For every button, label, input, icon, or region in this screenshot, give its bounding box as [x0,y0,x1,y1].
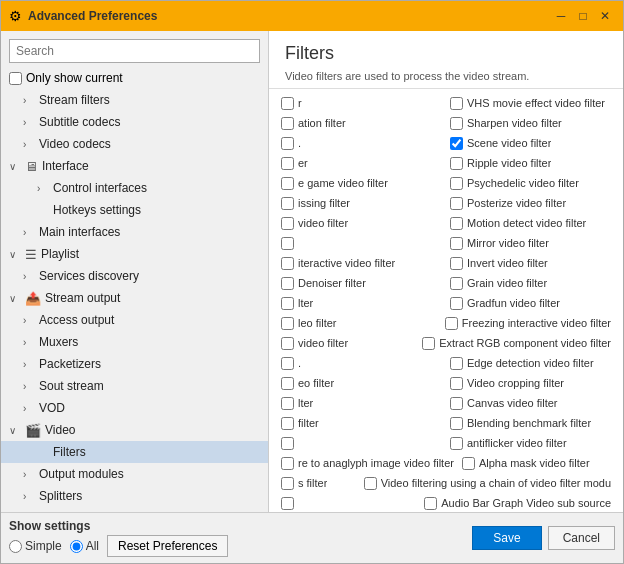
tree-item-stream-filters[interactable]: › Stream filters [1,89,268,111]
cancel-button[interactable]: Cancel [548,526,615,550]
filter-row: e game video filter Psychedelic video fi… [277,173,615,193]
filter-checkbox[interactable] [281,157,294,170]
tree-item-subtitle-codecs[interactable]: › Subtitle codecs [1,111,268,133]
filter-checkbox[interactable] [281,237,294,250]
filter-checkbox[interactable] [281,197,294,210]
tree-label: Control interfaces [53,181,147,195]
filter-checkbox[interactable] [450,157,463,170]
filter-label: Mirror video filter [467,237,549,249]
filter-checkbox-scene[interactable] [450,137,463,150]
filter-row: Denoiser filter Grain video filter [277,273,615,293]
filter-row: leo filter Freezing interactive video fi… [277,313,615,333]
tree-item-vod[interactable]: › VOD [1,397,268,419]
tree-item-video-codecs[interactable]: › Video codecs [1,133,268,155]
tree-label: Stream output [45,291,120,305]
filter-checkbox[interactable] [450,397,463,410]
tree-item-muxers[interactable]: › Muxers [1,331,268,353]
tree-item-interface[interactable]: ∨ 🖥 Interface [1,155,268,177]
filter-checkbox[interactable] [364,477,377,490]
all-radio[interactable] [70,540,83,553]
filter-checkbox[interactable] [422,337,435,350]
filter-checkbox[interactable] [281,317,294,330]
chevron-icon: › [23,117,37,128]
all-label: All [86,539,99,553]
chevron-icon: › [23,491,37,502]
filter-right: Video filtering using a chain of video f… [360,473,615,493]
filter-checkbox[interactable] [450,357,463,370]
filter-left: lter [277,293,446,313]
filter-checkbox[interactable] [450,277,463,290]
filter-checkbox[interactable] [450,237,463,250]
filter-checkbox[interactable] [281,97,294,110]
filter-label: lter [298,297,313,309]
filter-checkbox[interactable] [445,317,458,330]
filter-checkbox[interactable] [450,437,463,450]
tree-item-video[interactable]: ∨ 🎬 Video [1,419,268,441]
filter-checkbox[interactable] [450,177,463,190]
minimize-button[interactable]: ─ [551,6,571,26]
filter-label: eo filter [298,377,334,389]
tree-item-services-discovery[interactable]: › Services discovery [1,265,268,287]
filter-left: video filter [277,333,418,353]
filter-checkbox[interactable] [424,497,437,510]
filter-checkbox[interactable] [462,457,475,470]
bottom-bar: Show settings Simple All Reset Preferenc… [1,512,623,563]
tree-label: VOD [39,401,65,415]
filter-right: Posterize video filter [446,193,615,213]
filter-checkbox[interactable] [450,97,463,110]
tree-item-control-interfaces[interactable]: › Control interfaces [1,177,268,199]
filter-checkbox[interactable] [281,137,294,150]
filter-right: Canvas video filter [446,393,615,413]
tree-label: Packetizers [39,357,101,371]
only-show-checkbox[interactable] [9,72,22,85]
filter-checkbox[interactable] [281,497,294,510]
filter-checkbox[interactable] [281,117,294,130]
filter-checkbox[interactable] [281,417,294,430]
filter-checkbox[interactable] [281,477,294,490]
maximize-button[interactable]: □ [573,6,593,26]
filter-checkbox[interactable] [281,277,294,290]
filter-checkbox[interactable] [281,297,294,310]
close-button[interactable]: ✕ [595,6,615,26]
reset-preferences-button[interactable]: Reset Preferences [107,535,228,557]
filter-checkbox[interactable] [450,197,463,210]
tree-item-main-interfaces[interactable]: › Main interfaces [1,221,268,243]
filter-checkbox[interactable] [450,297,463,310]
filter-checkbox[interactable] [450,377,463,390]
filter-label: ation filter [298,117,346,129]
filter-right: Ripple video filter [446,153,615,173]
filter-checkbox[interactable] [281,177,294,190]
tree-item-stream-output[interactable]: ∨ 📤 Stream output [1,287,268,309]
tree-label: Hotkeys settings [53,203,141,217]
filter-checkbox[interactable] [450,217,463,230]
tree-item-access-output[interactable]: › Access output [1,309,268,331]
filter-checkbox[interactable] [450,257,463,270]
tree-item-filters[interactable]: Filters [1,441,268,463]
filter-right: Grain video filter [446,273,615,293]
action-buttons: Save Cancel [472,526,615,550]
tree-item-playlist[interactable]: ∨ ☰ Playlist [1,243,268,265]
filter-row: Audio Bar Graph Video sub source [277,493,615,512]
tree-label: Splitters [39,489,82,503]
tree-item-sout-stream[interactable]: › Sout stream [1,375,268,397]
tree-item-splitters[interactable]: › Splitters [1,485,268,507]
filter-checkbox[interactable] [281,377,294,390]
filter-checkbox[interactable] [281,457,294,470]
filter-checkbox[interactable] [281,217,294,230]
filter-checkbox[interactable] [281,337,294,350]
simple-radio[interactable] [9,540,22,553]
save-button[interactable]: Save [472,526,541,550]
filter-checkbox[interactable] [450,117,463,130]
filter-left: er [277,153,446,173]
filter-checkbox[interactable] [281,437,294,450]
filter-row: filter Blending benchmark filter [277,413,615,433]
tree-item-output-modules[interactable]: › Output modules [1,463,268,485]
filter-right: Motion detect video filter [446,213,615,233]
search-input[interactable] [9,39,260,63]
filter-checkbox[interactable] [450,417,463,430]
filter-checkbox[interactable] [281,257,294,270]
tree-item-packetizers[interactable]: › Packetizers [1,353,268,375]
filter-checkbox[interactable] [281,397,294,410]
tree-item-hotkeys-settings[interactable]: Hotkeys settings [1,199,268,221]
filter-checkbox[interactable] [281,357,294,370]
